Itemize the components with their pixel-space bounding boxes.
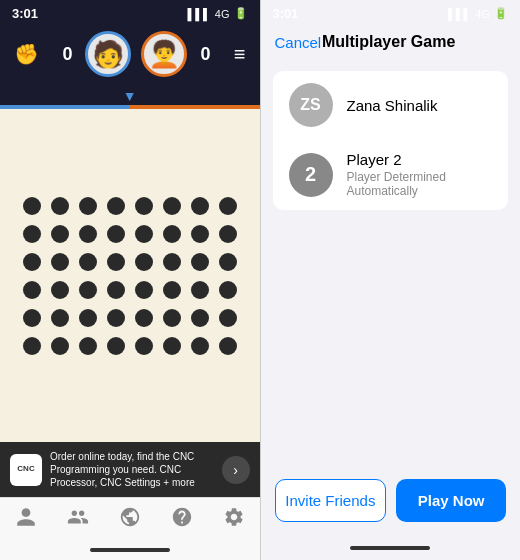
dot[interactable] (107, 309, 125, 327)
dot[interactable] (107, 337, 125, 355)
dot[interactable] (219, 309, 237, 327)
signal-icon: ▌▌▌ (187, 8, 210, 20)
ad-logo-text: CNC (17, 465, 34, 474)
modal-footer: Invite Friends Play Now (261, 467, 521, 532)
status-bar-right: 3:01 ▌▌▌ 4G 🔋 (261, 0, 521, 25)
dot[interactable] (191, 225, 209, 243)
nav-global[interactable] (119, 506, 141, 528)
ad-text: Order online today, find the CNC Program… (50, 450, 214, 489)
dot[interactable] (51, 253, 69, 271)
player-item-1[interactable]: ZS Zana Shinalik (273, 71, 509, 139)
dot[interactable] (23, 309, 41, 327)
battery-icon: 🔋 (234, 7, 248, 20)
play-now-button[interactable]: Play Now (396, 479, 506, 522)
dot[interactable] (219, 253, 237, 271)
dot[interactable] (79, 253, 97, 271)
right-battery-icon: 🔋 (494, 7, 508, 20)
modal-header: Cancel Multiplayer Game (261, 25, 521, 61)
dot[interactable] (219, 281, 237, 299)
score-left: 0 (59, 44, 75, 65)
dot[interactable] (219, 337, 237, 355)
dot[interactable] (79, 337, 97, 355)
ad-banner[interactable]: CNC Order online today, find the CNC Pro… (0, 442, 260, 497)
dot[interactable] (191, 281, 209, 299)
dot[interactable] (163, 253, 181, 271)
invite-friends-button[interactable]: Invite Friends (275, 479, 387, 522)
dot[interactable] (107, 281, 125, 299)
nav-settings[interactable] (223, 506, 245, 528)
dot[interactable] (135, 281, 153, 299)
dot[interactable] (23, 337, 41, 355)
player-item-2[interactable]: 2 Player 2 Player Determined Automatical… (273, 139, 509, 210)
dot[interactable] (51, 281, 69, 299)
dot[interactable] (23, 197, 41, 215)
right-time: 3:01 (273, 6, 299, 21)
dot[interactable] (191, 253, 209, 271)
home-indicator-left (0, 534, 260, 560)
right-status-icons: ▌▌▌ 4G 🔋 (448, 7, 508, 20)
dot[interactable] (135, 337, 153, 355)
dot[interactable] (79, 309, 97, 327)
cancel-button[interactable]: Cancel (275, 34, 322, 51)
avatar-player1: 🧑 (85, 31, 131, 77)
player1-info: Zana Shinalik (347, 97, 493, 114)
dots-grid (23, 197, 237, 355)
ad-logo: CNC (10, 454, 42, 486)
nav-multiplayer[interactable] (67, 506, 89, 528)
hand-icon: ✊ (14, 42, 39, 66)
modal-body: ZS Zana Shinalik 2 Player 2 Player Deter… (261, 61, 521, 467)
network-icon: 4G (215, 8, 230, 20)
player2-avatar: 2 (289, 153, 333, 197)
player1-initials: ZS (300, 96, 320, 114)
score-right: 0 (197, 44, 213, 65)
home-indicator-right (261, 532, 521, 560)
dot[interactable] (107, 253, 125, 271)
nav-help[interactable] (171, 506, 193, 528)
left-time: 3:01 (12, 6, 38, 21)
dot[interactable] (191, 337, 209, 355)
player2-sub: Player Determined Automatically (347, 170, 493, 198)
right-network-icon: 4G (475, 8, 490, 20)
dot[interactable] (51, 309, 69, 327)
dot[interactable] (107, 225, 125, 243)
dot[interactable] (135, 309, 153, 327)
dot[interactable] (191, 309, 209, 327)
dot[interactable] (191, 197, 209, 215)
left-status-icons: ▌▌▌ 4G 🔋 (187, 7, 247, 20)
right-panel: 3:01 ▌▌▌ 4G 🔋 Cancel Multiplayer Game ZS… (261, 0, 521, 560)
dot[interactable] (79, 225, 97, 243)
right-signal-icon: ▌▌▌ (448, 8, 471, 20)
home-bar (90, 548, 170, 552)
game-header: ✊ 0 🧑 🧑‍🦱 0 ≡ (0, 25, 260, 85)
game-board[interactable] (0, 109, 260, 442)
dot[interactable] (163, 225, 181, 243)
dot[interactable] (51, 197, 69, 215)
avatar-player2: 🧑‍🦱 (141, 31, 187, 77)
dot[interactable] (163, 337, 181, 355)
turn-arrow-icon: ▼ (123, 88, 137, 104)
dot[interactable] (23, 225, 41, 243)
dot[interactable] (135, 253, 153, 271)
player2-initials: 2 (305, 163, 316, 186)
menu-icon[interactable]: ≡ (234, 43, 246, 66)
dot[interactable] (23, 253, 41, 271)
home-bar-right (350, 546, 430, 550)
dot[interactable] (163, 309, 181, 327)
ad-arrow-icon[interactable]: › (222, 456, 250, 484)
dot[interactable] (51, 337, 69, 355)
dot[interactable] (163, 197, 181, 215)
dot[interactable] (135, 225, 153, 243)
dot[interactable] (107, 197, 125, 215)
player1-name: Zana Shinalik (347, 97, 493, 114)
nav-profile[interactable] (15, 506, 37, 528)
dot[interactable] (219, 225, 237, 243)
dot[interactable] (135, 197, 153, 215)
dot[interactable] (79, 281, 97, 299)
dot[interactable] (163, 281, 181, 299)
status-bar-left: 3:01 ▌▌▌ 4G 🔋 (0, 0, 260, 25)
dot[interactable] (51, 225, 69, 243)
dot[interactable] (79, 197, 97, 215)
dot[interactable] (23, 281, 41, 299)
player2-name: Player 2 (347, 151, 493, 168)
dot[interactable] (219, 197, 237, 215)
